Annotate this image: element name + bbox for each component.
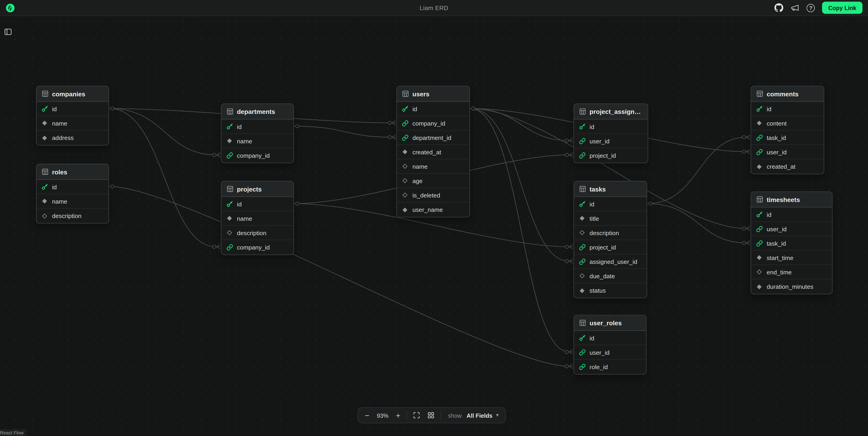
- field-row[interactable]: department_id: [397, 131, 470, 145]
- table-roles[interactable]: rolesidnamedescription: [36, 164, 109, 223]
- field-row[interactable]: is_deleted: [397, 188, 470, 203]
- field-row[interactable]: created_at: [751, 159, 824, 174]
- field-row[interactable]: description: [574, 226, 647, 240]
- copy-link-button[interactable]: Copy Link: [822, 2, 862, 14]
- table-header[interactable]: timesheets: [751, 192, 832, 208]
- sidebar-toggle-button[interactable]: [4, 28, 12, 36]
- field-row[interactable]: id: [36, 102, 108, 116]
- field-row[interactable]: user_id: [751, 222, 832, 236]
- table-header[interactable]: comments: [751, 86, 824, 102]
- table-header[interactable]: companies: [36, 86, 108, 102]
- field-row[interactable]: company_id: [221, 240, 293, 254]
- field-row[interactable]: name: [36, 194, 108, 209]
- relationship-edge[interactable]: [109, 187, 569, 366]
- table-tasks[interactable]: tasksidtitledescriptionproject_idassigne…: [574, 181, 647, 298]
- field-row[interactable]: role_id: [574, 360, 646, 374]
- diamond-filled-icon: [756, 283, 763, 290]
- diamond-filled-icon: [226, 215, 233, 221]
- key-icon: [579, 123, 586, 130]
- field-row[interactable]: company_id: [221, 148, 293, 163]
- relationship-edge[interactable]: [470, 108, 569, 261]
- table-header[interactable]: user_roles: [574, 315, 646, 331]
- minus-icon: −: [365, 411, 369, 419]
- field-name: title: [589, 215, 599, 222]
- tidy-up-button[interactable]: [427, 412, 436, 419]
- field-row[interactable]: assigned_user_id: [574, 254, 647, 269]
- table-header[interactable]: roles: [36, 164, 108, 180]
- field-row[interactable]: task_id: [751, 131, 824, 145]
- link-icon: [579, 258, 586, 265]
- link-icon: [579, 244, 586, 250]
- field-row[interactable]: address: [36, 131, 108, 145]
- field-row[interactable]: status: [574, 283, 647, 298]
- relationship-edge[interactable]: [109, 108, 216, 247]
- field-row[interactable]: project_id: [574, 240, 647, 254]
- table-name: projects: [237, 186, 262, 192]
- table-header[interactable]: projects: [221, 182, 293, 197]
- table-header[interactable]: users: [397, 86, 470, 102]
- field-row[interactable]: task_id: [751, 236, 832, 251]
- table-departments[interactable]: departmentsidnamecompany_id: [221, 103, 294, 163]
- field-row[interactable]: user_id: [574, 134, 647, 148]
- table-header[interactable]: departments: [221, 104, 293, 120]
- table-project_assignments[interactable]: project_assignme...iduser_idproject_id: [574, 103, 648, 163]
- field-row[interactable]: project_id: [574, 148, 647, 163]
- cardinality-many-circle-icon: [213, 245, 216, 249]
- field-row[interactable]: due_date: [574, 269, 647, 283]
- fields-filter-dropdown[interactable]: All Fields ▼: [467, 412, 500, 419]
- table-user_roles[interactable]: user_rolesiduser_idrole_id: [574, 315, 647, 375]
- field-row[interactable]: user_id: [751, 145, 824, 159]
- field-row[interactable]: start_time: [751, 251, 832, 265]
- field-row[interactable]: title: [574, 211, 647, 226]
- github-button[interactable]: [775, 3, 783, 12]
- table-timesheets[interactable]: timesheetsiduser_idtask_idstart_timeend_…: [751, 191, 833, 294]
- cardinality-many-icon: [746, 226, 750, 231]
- field-row[interactable]: name: [36, 116, 108, 131]
- liam-logo[interactable]: [5, 3, 15, 12]
- field-row[interactable]: name: [221, 211, 293, 226]
- relationship-edge[interactable]: [470, 108, 569, 352]
- field-row[interactable]: id: [397, 102, 470, 116]
- zoom-in-button[interactable]: +: [395, 411, 402, 419]
- field-row[interactable]: content: [751, 116, 824, 131]
- relationship-edge[interactable]: [109, 108, 216, 155]
- field-row[interactable]: age: [397, 174, 470, 188]
- field-row[interactable]: name: [221, 134, 293, 148]
- table-users[interactable]: usersidcompany_iddepartment_idcreated_at…: [396, 86, 470, 218]
- table-header[interactable]: tasks: [574, 182, 647, 197]
- field-row[interactable]: user_id: [574, 345, 646, 360]
- link-icon: [756, 240, 763, 247]
- table-comments[interactable]: commentsidcontenttask_iduser_idcreated_a…: [751, 86, 824, 175]
- field-row[interactable]: name: [397, 159, 470, 174]
- table-projects[interactable]: projectsidnamedescriptioncompany_id: [221, 181, 294, 255]
- relationship-edge[interactable]: [294, 126, 392, 137]
- table-header[interactable]: project_assignme...: [574, 104, 647, 120]
- field-row[interactable]: id: [221, 120, 293, 134]
- field-name: name: [412, 163, 428, 169]
- field-row[interactable]: description: [221, 226, 293, 240]
- field-row[interactable]: id: [751, 208, 832, 222]
- zoom-level: 93%: [375, 412, 390, 419]
- field-row[interactable]: user_name: [397, 203, 470, 217]
- table-icon: [402, 90, 409, 97]
- link-icon: [579, 152, 586, 159]
- field-row[interactable]: id: [574, 331, 646, 345]
- field-row[interactable]: id: [574, 197, 647, 211]
- field-row[interactable]: id: [36, 180, 108, 194]
- field-name: created_at: [412, 149, 441, 155]
- field-row[interactable]: company_id: [397, 116, 470, 131]
- table-companies[interactable]: companiesidnameaddress: [36, 86, 109, 146]
- zoom-out-button[interactable]: −: [364, 411, 371, 419]
- announcements-button[interactable]: [790, 3, 800, 12]
- fit-view-button[interactable]: [412, 412, 422, 419]
- field-row[interactable]: end_time: [751, 265, 832, 279]
- field-row[interactable]: id: [751, 102, 824, 116]
- field-row[interactable]: id: [221, 197, 293, 211]
- help-button[interactable]: ?: [807, 4, 815, 12]
- field-row[interactable]: id: [574, 120, 647, 134]
- field-row[interactable]: created_at: [397, 145, 470, 159]
- field-row[interactable]: description: [36, 209, 108, 223]
- react-flow-attribution[interactable]: React Flow: [0, 429, 26, 436]
- field-row[interactable]: duration_minutes: [751, 279, 832, 294]
- relationship-edge[interactable]: [647, 204, 746, 243]
